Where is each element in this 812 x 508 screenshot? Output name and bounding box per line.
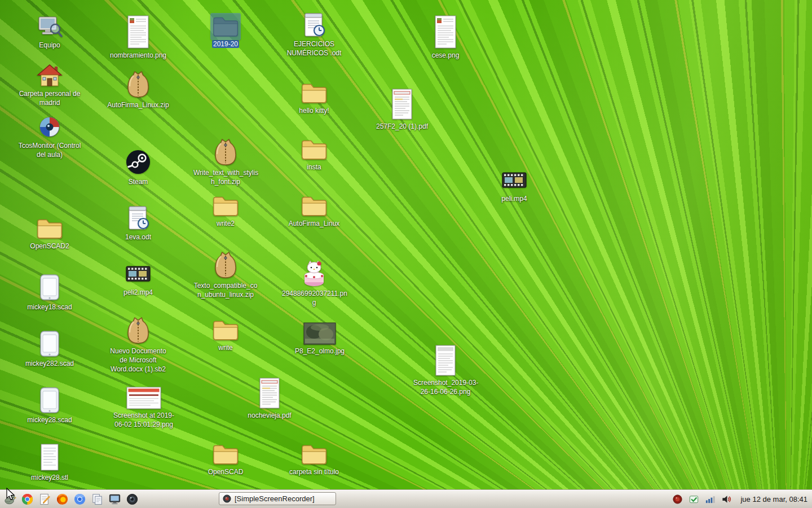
desktop-icon-mickey18-scad[interactable]: mickey18.scad [16,273,83,312]
folder-icon [301,138,328,161]
task-button-label: [SimpleScreenRecorder] [235,494,315,503]
desktop-icon-cese-png[interactable]: cese.png [412,15,479,60]
icon-label: peli2.mp4 [122,288,154,297]
pdf-icon [390,88,414,121]
desktop-icon-mickey282-scad[interactable]: mickey282.scad [16,330,83,369]
icon-label: AutoFirma_Linux [288,220,341,229]
icon-label: Screenshot at 2019-06-02 15:01:29.png [111,411,177,430]
desktop-icon-1eva-odt[interactable]: 1eva.odt [104,204,172,242]
taskbar-window-button[interactable]: [SimpleScreenRecorder] [219,492,336,505]
desktop-icon-steam[interactable]: Steam [104,148,172,187]
desktop-icon-tcosmonitor-control-del-aula[interactable]: TcosMonitor (Control del aula) [16,115,83,160]
icon-label: Nuevo Documento de Microsoft Word.docx (… [105,347,171,374]
icon-label: Write_text_with_stylish_font.zip [192,169,259,187]
file-manager-launcher[interactable] [90,492,105,507]
desktop-icon-screenshot-at-2019-06-02-15-01-29-png[interactable]: Screenshot at 2019-06-02 15:01:29.png [110,386,178,430]
desktop-icon-autofirma-linux[interactable]: AutoFirma_Linux [280,194,348,229]
icon-label: 1eva.odt [124,233,152,242]
display-tool-icon [108,493,121,506]
odt-icon [125,204,151,231]
desktop-icon-p8-e2-olmo-jpg[interactable]: P8_E2_olmo.jpg [286,322,354,356]
icon-label: mickey282.scad [24,360,75,369]
firefox-icon [56,493,69,506]
steam-icon [124,148,152,176]
simplescreenrecorder-icon [223,494,231,503]
photo-icon [303,322,337,345]
text-editor-icon [38,493,51,506]
recorder-indicator-tray-icon[interactable] [672,493,683,505]
icon-label: nochevieja.pdf [246,411,292,421]
icon-label: P8_E2_olmo.jpg [294,347,346,356]
update-manager-tray-icon[interactable] [688,493,699,505]
chromium-launcher[interactable] [72,492,87,507]
desktop-icon-mickey28-stl[interactable]: mickey28.stl [16,443,83,483]
desktop-icon-peli-mp4[interactable]: peli.mp4 [480,167,548,204]
computer-icon [36,14,63,40]
desktop-icon-nombramiento-png[interactable]: nombramiento.png [104,15,172,60]
icon-label: mickey28.scad [26,416,73,425]
video-icon [125,261,152,287]
desktop-icon-hello-kitty[interactable]: hello kitty! [280,81,348,116]
icon-label: EJERCICIOS NUMÉRICOS .odt [281,40,347,58]
icon-label: 257F2_20 (1).pdf [375,122,429,132]
tcos-icon [37,115,63,140]
launcher-area [2,490,140,508]
desktop-icon-autofirma-linux-zip[interactable]: AutoFirma_Linux.zip [104,70,172,110]
icon-label: OpenSCAD [207,468,245,477]
desktop-icon-294886992037211-png[interactable]: 294886992037211.png [280,259,348,308]
desktop-icon-nochevieja-pdf[interactable]: nochevieja.pdf [236,377,303,421]
desktop-icon-write2[interactable]: write2 [192,194,259,229]
icon-label: AutoFirma_Linux.zip [106,101,170,110]
image-doc-icon [432,15,459,50]
desktop-icon-insta[interactable]: insta [280,138,348,172]
zip-icon [213,138,238,167]
desktop-icon-write[interactable]: write [192,318,259,353]
display-tool-launcher[interactable] [107,492,122,507]
desktop[interactable]: Equiponombramiento.png2019-20EJERCICIOS … [0,0,812,508]
desktop-icon-carpeta-personal-de-madrid[interactable]: Carpeta personal de madrid [16,63,83,108]
folder-green-icon [212,15,239,38]
icon-label: 294886992037211.png [281,290,347,308]
desktop-icon-nuevo-documento-de-microsoft-word-docx-1-sb2[interactable]: Nuevo Documento de Microsoft Word.docx (… [104,316,172,374]
kitty-icon [300,259,328,288]
chrome-launcher[interactable] [20,492,35,507]
desktop-icon-mickey28-scad[interactable]: mickey28.scad [16,386,83,425]
desktop-icon-equipo[interactable]: Equipo [16,14,83,50]
icon-label: insta [306,163,322,172]
text-editor-launcher[interactable] [37,492,52,507]
icon-label: mickey18.scad [26,303,73,312]
camera-app-launcher[interactable] [125,492,140,507]
desktop-icon-screenshot-2019-03-26-16-06-26-png[interactable]: Screenshot_2019-03-26-16-06-26.png [412,344,479,397]
folder-icon [36,217,63,240]
desktop-icon-ejercicios-numéricos-odt[interactable]: EJERCICIOS NUMÉRICOS .odt [280,11,348,58]
volume-tray-icon[interactable] [721,493,732,505]
desktop-icon-write-text-with-stylish-font-zip[interactable]: Write_text_with_stylish_font.zip [192,138,259,187]
chrome-icon [21,493,34,506]
clock[interactable]: jue 12 de mar, 08:41 [740,490,807,508]
stl-icon [38,443,61,472]
icon-label: write2 [215,220,236,229]
desktop-icon-openscad[interactable]: OpenSCAD [192,443,259,477]
icon-label: TcosMonitor (Control del aula) [16,142,83,160]
folder-icon [212,443,239,466]
desktop-icon-257f2-20-1-pdf[interactable]: 257F2_20 (1).pdf [368,88,436,132]
desktop-icon-2019-20[interactable]: 2019-20 [192,15,259,49]
app-menu-launcher[interactable] [2,492,17,507]
icon-label: nombramiento.png [109,51,167,60]
scad-icon [38,386,61,414]
icon-label: Carpeta personal de madrid [16,90,83,108]
firefox-launcher[interactable] [55,492,70,507]
zip-icon [126,316,151,345]
desktop-icon-texto-compatible-con-ubuntu-linux-zip[interactable]: Texto_compatible_con_ubuntu_linux.zip [192,251,259,300]
network-signal-tray-icon[interactable] [704,493,716,505]
scad-icon [38,330,61,358]
home-icon [36,63,63,88]
desktop-icon-openscad2[interactable]: OpenSCAD2 [16,217,83,251]
icon-label: OpenSCAD2 [29,242,70,251]
icon-label: 2019-20 [212,40,239,49]
desktop-icon-carpeta-sin-título[interactable]: carpeta sin título [280,443,348,477]
app-menu-icon [3,493,16,506]
desktop-icon-peli2-mp4[interactable]: peli2.mp4 [104,261,172,297]
taskbar: [SimpleScreenRecorder] jue 12 de mar, 08… [0,489,812,508]
zip-icon [126,70,151,99]
